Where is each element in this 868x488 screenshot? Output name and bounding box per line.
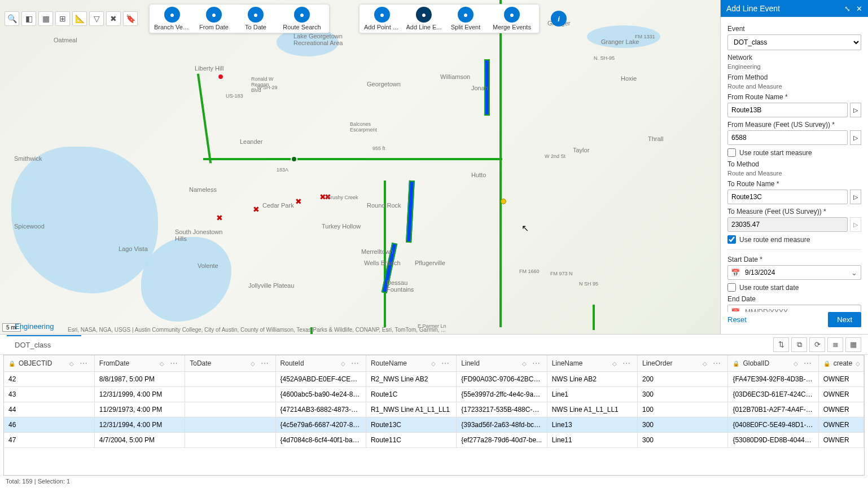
cell-todate[interactable] — [185, 402, 275, 417]
close-icon[interactable]: ✕ — [856, 5, 862, 13]
cell-routeid[interactable]: {47214AB3-6882-4873-94... — [275, 402, 366, 417]
cell-fromdate[interactable]: 8/8/1987, 5:00 PM — [94, 372, 185, 387]
column-menu-icon[interactable]: ⋯ — [168, 359, 180, 368]
sort-icon[interactable]: ◇ — [794, 360, 798, 367]
end-date-input[interactable] — [743, 305, 847, 312]
cell-fromdate[interactable]: 12/31/1994, 4:00 PM — [94, 417, 185, 433]
cell-routename[interactable]: R2_NWS Line AB2 — [366, 372, 456, 387]
end-date-row[interactable]: 📅 ⌄ — [727, 305, 861, 312]
cell-routename[interactable]: Route11C — [366, 433, 456, 448]
table-row[interactable]: 4411/29/1973, 4:00 PM{47214AB3-6882-4873… — [4, 402, 864, 417]
sort-icon[interactable]: ◇ — [703, 360, 707, 367]
layers-icon[interactable]: ◧ — [21, 11, 36, 26]
tool-branch[interactable]: ●Branch Vers... — [154, 7, 190, 30]
cell-fromdate[interactable]: 11/29/1973, 4:00 PM — [94, 402, 185, 417]
column-fromdate[interactable]: FromDate◇⋯ — [94, 355, 185, 372]
column-menu-icon[interactable]: ⋯ — [258, 359, 271, 368]
start-date-input[interactable] — [743, 266, 847, 279]
cell-create[interactable]: OWNER — [818, 372, 863, 387]
cell-routeid[interactable]: {452A9ABD-E0EF-4CEB-B... — [275, 372, 366, 387]
cell-lineorder[interactable]: 100 — [638, 402, 728, 417]
to-measure-input[interactable] — [727, 217, 848, 232]
layout-icon[interactable]: ▦ — [845, 337, 861, 352]
cell-globalid[interactable]: {012B70B1-A2F7-4A4F-9... — [728, 402, 818, 417]
clear-icon[interactable]: ✖ — [106, 11, 121, 26]
tab-dot_class[interactable]: DOT_class — [7, 336, 81, 354]
event-select[interactable]: DOT_class — [727, 34, 861, 50]
from-start-checkbox-row[interactable]: Use route start measure — [727, 148, 861, 157]
column-routename[interactable]: RouteName◇⋯ — [366, 355, 456, 372]
tool-merge[interactable]: ●Merge Events — [489, 7, 534, 30]
tool-addline[interactable]: ●Add Line E... — [406, 7, 442, 30]
collapse-icon[interactable]: ⤡ — [844, 5, 851, 13]
cell-todate[interactable] — [185, 372, 275, 387]
column-create[interactable]: 🔒create◇⋯ — [818, 355, 863, 372]
sort-icon[interactable]: ◇ — [612, 360, 617, 367]
refresh-icon[interactable]: ⟳ — [809, 337, 825, 352]
column-lineorder[interactable]: LineOrder◇⋯ — [638, 355, 728, 372]
tool-fromdate[interactable]: ●From Date — [196, 7, 232, 30]
cell-create[interactable]: OWNER — [818, 417, 863, 433]
cell-linename[interactable]: Line11 — [547, 433, 637, 448]
ruler-icon[interactable]: 📐 — [72, 11, 87, 26]
cell-lineorder[interactable]: 200 — [638, 372, 728, 387]
sort-icon[interactable]: ◇ — [341, 360, 345, 367]
cell-linename[interactable]: Line1 — [547, 387, 637, 402]
column-lineid[interactable]: LineId◇⋯ — [457, 355, 547, 372]
tab-engineering[interactable]: Engineering — [7, 318, 81, 336]
cell-create[interactable]: OWNER — [818, 402, 863, 417]
table-row[interactable]: 428/8/1987, 5:00 PM{452A9ABD-E0EF-4CEB-B… — [4, 372, 864, 387]
from-route-pick-icon[interactable]: ▷ — [850, 103, 861, 117]
cell-lineid[interactable]: {FD90A03C-9706-42BC-9... — [457, 372, 547, 387]
grid-icon[interactable]: ⊞ — [55, 11, 70, 26]
column-routeid[interactable]: RouteId◇⋯ — [275, 355, 366, 372]
from-measure-input[interactable] — [727, 130, 848, 145]
start-date-checkbox[interactable] — [727, 283, 736, 292]
cell-lineid[interactable]: {393ad56f-2a63-48fd-bc2... — [457, 417, 547, 433]
cell-linename[interactable]: Line13 — [547, 417, 637, 433]
sort-tool-icon[interactable]: ⇅ — [773, 337, 789, 352]
cell-objectid[interactable]: 47 — [4, 433, 94, 448]
cell-globalid[interactable]: {FA47E394-92F8-4D3B-A... — [728, 372, 818, 387]
chevron-down-icon[interactable]: ⌄ — [847, 269, 861, 277]
table-row[interactable]: 4612/31/1994, 4:00 PM{4c5e79a6-6687-4207… — [4, 417, 864, 433]
tool-addpoint[interactable]: ●Add Point E... — [364, 7, 400, 30]
cell-globalid[interactable]: {0408E0FC-5E49-48D1-A... — [728, 417, 818, 433]
chevron-down-icon[interactable]: ⌄ — [847, 308, 861, 313]
cell-routename[interactable]: Route13C — [366, 417, 456, 433]
attribute-grid[interactable]: 🔒OBJECTID◇⋯FromDate◇⋯ToDate◇⋯RouteId◇⋯Ro… — [3, 355, 865, 476]
cell-globalid[interactable]: {53080D9D-ED8B-4044-9... — [728, 433, 818, 448]
sort-icon[interactable]: ◇ — [160, 360, 164, 367]
cell-lineorder[interactable]: 300 — [638, 433, 728, 448]
column-menu-icon[interactable]: ⋯ — [349, 359, 361, 368]
column-globalid[interactable]: 🔒GlobalID◇⋯ — [728, 355, 818, 372]
column-menu-icon[interactable]: ⋯ — [711, 359, 723, 368]
cell-routeid[interactable]: {4d7084c8-6cf4-40f1-ba3... — [275, 433, 366, 448]
table-row[interactable]: 4312/31/1999, 4:00 PM{4600abc5-ba90-4e24… — [4, 387, 864, 402]
sort-icon[interactable]: ◇ — [69, 360, 74, 367]
cell-objectid[interactable]: 42 — [4, 372, 94, 387]
sort-icon[interactable]: ◇ — [431, 360, 436, 367]
select-tool-icon[interactable]: ⧉ — [791, 337, 807, 352]
from-measure-pick-icon[interactable]: ▷ — [850, 130, 861, 145]
search-icon[interactable]: 🔍 — [5, 11, 19, 26]
tool-split[interactable]: ●Split Event — [448, 7, 484, 30]
cell-fromdate[interactable]: 4/7/2004, 5:00 PM — [94, 433, 185, 448]
to-end-checkbox[interactable] — [727, 235, 736, 244]
column-menu-icon[interactable]: ⋯ — [439, 359, 451, 368]
cell-lineorder[interactable]: 300 — [638, 417, 728, 433]
column-objectid[interactable]: 🔒OBJECTID◇⋯ — [4, 355, 94, 372]
sort-icon[interactable]: ◇ — [251, 360, 255, 367]
columns-icon[interactable]: ≣ — [827, 337, 843, 352]
cell-routeid[interactable]: {4600abc5-ba90-4e24-8a... — [275, 387, 366, 402]
sort-icon[interactable]: ◇ — [522, 360, 527, 367]
column-linename[interactable]: LineName◇⋯ — [547, 355, 637, 372]
column-todate[interactable]: ToDate◇⋯ — [185, 355, 275, 372]
cell-routeid[interactable]: {4c5e79a6-6687-4207-8fd... — [275, 417, 366, 433]
cell-fromdate[interactable]: 12/31/1999, 4:00 PM — [94, 387, 185, 402]
cell-routename[interactable]: Route1C — [366, 387, 456, 402]
cell-lineorder[interactable]: 300 — [638, 387, 728, 402]
column-menu-icon[interactable]: ⋯ — [801, 359, 814, 368]
bookmark-icon[interactable]: 🔖 — [123, 11, 138, 26]
cell-objectid[interactable]: 44 — [4, 402, 94, 417]
